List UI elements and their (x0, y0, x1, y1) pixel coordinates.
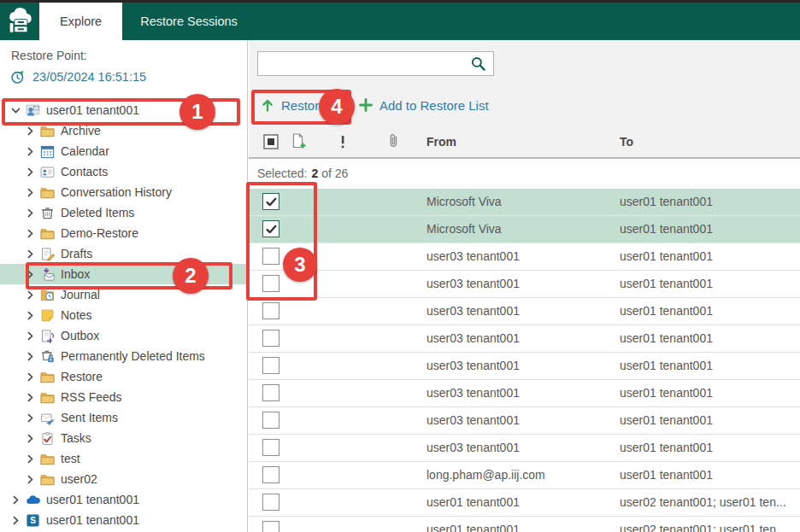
chevron-right-icon (25, 208, 36, 219)
tree-item-inbox[interactable]: Inbox (0, 264, 247, 284)
row-checkbox-checked[interactable] (262, 220, 279, 237)
tree-item-deleted-items[interactable]: Deleted Items (0, 202, 247, 223)
tree-item-notes[interactable]: Notes (0, 305, 247, 325)
message-row[interactable]: Microsoft Vivauser01 tenant001 (249, 216, 800, 243)
cell-to: user01 tenant001 (620, 216, 713, 243)
message-row[interactable]: user03 tenant001user01 tenant001 (249, 271, 800, 298)
row-checkbox[interactable] (262, 275, 279, 292)
outbox-icon (40, 329, 55, 343)
folder-icon (40, 124, 55, 138)
row-checkbox[interactable] (262, 466, 279, 483)
row-checkbox[interactable] (262, 384, 279, 401)
chevron-right-icon (25, 453, 36, 465)
cloud-archive-logo-icon (5, 7, 34, 36)
row-checkbox[interactable] (262, 248, 279, 265)
tree-item-label: Demo-Restore (61, 226, 138, 240)
row-checkbox[interactable] (262, 412, 279, 429)
row-checkbox[interactable] (262, 357, 279, 374)
tree-item-journal[interactable]: Journal (0, 284, 247, 305)
tree-item-outbox[interactable]: Outbox (0, 325, 247, 346)
message-row[interactable]: long.pham@ap.iij.comuser01 tenant001 (249, 462, 800, 489)
search-input[interactable] (258, 52, 493, 75)
tree-item-demo-restore[interactable]: Demo-Restore (0, 223, 247, 243)
search-box (257, 51, 494, 76)
tree-item-contacts[interactable]: Contacts (0, 161, 247, 182)
cell-to: user01 tenant001 (620, 271, 713, 297)
tree-item-sent-items[interactable]: Sent Items (0, 407, 247, 428)
cell-from: user03 tenant001 (426, 325, 520, 352)
chevron-right-icon (10, 515, 21, 526)
tree-item-rss-feeds[interactable]: RSS Feeds (0, 387, 247, 407)
new-item-icon[interactable] (290, 132, 307, 149)
search-icon[interactable] (470, 56, 486, 72)
cell-to: user01 tenant001 (620, 407, 713, 434)
add-to-restore-list-button[interactable]: Add to Restore List (359, 91, 489, 119)
tree-item-permanently-deleted-items[interactable]: Permanently Deleted Items (0, 346, 247, 366)
selection-status: Selected:2of 26 (249, 159, 800, 189)
chevron-right-icon (25, 187, 36, 198)
message-row[interactable]: user03 tenant001user01 tenant001 (249, 298, 800, 325)
app-logo (0, 3, 39, 40)
chevron-right-icon (25, 126, 36, 137)
cell-to: user01 tenant001 (620, 435, 713, 461)
folder-icon (40, 370, 55, 384)
tree-item-label: RSS Feeds (61, 390, 122, 404)
message-list: Microsoft Vivauser01 tenant001Microsoft … (249, 189, 800, 532)
tree-item-archive[interactable]: Archive (0, 120, 247, 141)
tree-item-tasks[interactable]: Tasks (0, 428, 247, 448)
tree-item-user02[interactable]: user02 (0, 469, 247, 489)
cell-to: user02 tenant001; user01 ten... (620, 489, 786, 516)
column-header-to[interactable]: To (620, 135, 633, 149)
message-row[interactable]: user03 tenant001user01 tenant001 (249, 353, 800, 380)
tree-item-label: user01 tenant001 (46, 103, 139, 117)
tree-item-user01-tenant001[interactable]: user01 tenant001 (0, 489, 247, 510)
tree-item-label: Permanently Deleted Items (61, 349, 205, 363)
chevron-right-icon (25, 289, 36, 301)
attachment-icon[interactable] (385, 132, 403, 149)
sent-icon (40, 411, 55, 425)
importance-icon[interactable] (334, 133, 351, 150)
cell-to: user01 tenant001 (620, 380, 713, 406)
tree-item-user01-tenant001[interactable]: user01 tenant001 (0, 100, 247, 120)
chevron-right-icon (25, 248, 36, 260)
tree-item-user01-tenant001[interactable]: Suser01 tenant001 (0, 510, 247, 530)
row-checkbox-checked[interactable] (262, 193, 279, 210)
tab-explore-label: Explore (60, 15, 102, 28)
tree-item-test[interactable]: test (0, 448, 247, 469)
message-row[interactable]: user01 tenant001user02 tenant001; user01… (249, 517, 800, 532)
tab-restore-sessions[interactable]: Restore Sessions (122, 3, 256, 40)
select-all-checkbox-icon[interactable] (262, 133, 279, 150)
row-checkbox[interactable] (262, 521, 279, 532)
cell-from: user03 tenant001 (426, 271, 520, 297)
message-row[interactable]: Microsoft Vivauser01 tenant001 (249, 189, 800, 216)
message-row[interactable]: user03 tenant001user01 tenant001 (249, 325, 800, 353)
message-row[interactable]: user01 tenant001user02 tenant001; user01… (249, 489, 800, 517)
message-row[interactable]: user03 tenant001user01 tenant001 (249, 407, 800, 435)
selection-total: of 26 (321, 167, 348, 180)
tree-item-conversation-history[interactable]: Conversation History (0, 182, 247, 202)
message-row[interactable]: user03 tenant001user01 tenant001 (249, 243, 800, 271)
inbox-icon (40, 267, 55, 282)
tree-item-restore[interactable]: Restore (0, 366, 247, 387)
cell-from: user01 tenant001 (426, 489, 520, 516)
message-row[interactable]: user03 tenant001user01 tenant001 (249, 435, 800, 462)
tree-item-calendar[interactable]: Calendar (0, 141, 247, 161)
column-header-from[interactable]: From (426, 135, 456, 149)
chevron-right-icon (25, 412, 36, 424)
sharepoint-icon: S (26, 513, 40, 528)
cell-from: user03 tenant001 (426, 353, 520, 379)
message-row[interactable]: user03 tenant001user01 tenant001 (249, 380, 800, 407)
row-checkbox[interactable] (262, 494, 279, 511)
restore-point-row[interactable]: 23/05/2024 16:51:15 (10, 69, 146, 85)
tab-restore-sessions-label: Restore Sessions (140, 15, 238, 28)
cell-to: user01 tenant001 (620, 243, 713, 270)
tree-item-label: Inbox (61, 267, 90, 281)
tree-item-drafts[interactable]: Drafts (0, 243, 247, 264)
tab-explore[interactable]: Explore (39, 3, 122, 40)
selection-status-label: Selected: (257, 167, 307, 180)
row-checkbox[interactable] (262, 330, 279, 347)
mailbox-user-icon (26, 103, 40, 118)
restore-button[interactable]: Restore (261, 91, 326, 119)
row-checkbox[interactable] (262, 439, 279, 456)
row-checkbox[interactable] (262, 302, 279, 319)
